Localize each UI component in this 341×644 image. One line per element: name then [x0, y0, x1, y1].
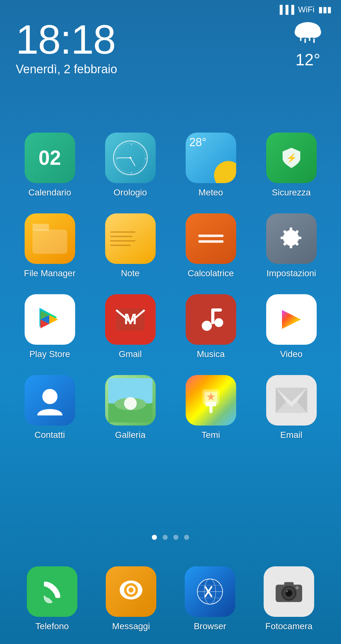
svg-rect-13	[33, 224, 49, 231]
dock-icon-messages	[106, 566, 156, 617]
svg-point-20	[214, 318, 223, 327]
svg-marker-21	[282, 310, 301, 329]
browser-icon	[194, 576, 226, 607]
svg-point-49	[286, 590, 288, 592]
weather-section: 12°	[290, 19, 325, 69]
app-gmail[interactable]: M Gmail	[93, 294, 167, 359]
app-label-orologio: Orologio	[114, 188, 147, 198]
svg-rect-50	[284, 582, 294, 586]
page-dot-2[interactable]	[163, 535, 168, 540]
video-icon	[276, 307, 307, 332]
app-label-calendario: Calendario	[28, 188, 71, 198]
app-orologio[interactable]: Orologio	[93, 133, 167, 198]
app-contatti[interactable]: Contatti	[13, 375, 87, 440]
dock-browser[interactable]: Browser	[185, 566, 235, 631]
clock-date: Venerdì, 2 febbraio	[16, 63, 117, 76]
svg-rect-5	[309, 37, 310, 41]
svg-rect-6	[313, 39, 315, 43]
status-bar: ▐▐▐ WiFi ▮▮▮	[0, 0, 341, 19]
battery-icon: ▮▮▮	[318, 5, 332, 15]
app-label-filemanager: File Manager	[24, 268, 75, 278]
dock-phone[interactable]: Telefono	[27, 566, 77, 631]
app-label-galleria: Galleria	[115, 430, 145, 440]
app-calendario[interactable]: 02 Calendario	[13, 133, 87, 198]
clock-face	[113, 140, 148, 175]
app-note[interactable]: Note	[93, 213, 167, 278]
svg-point-1	[295, 27, 308, 38]
page-dot-3[interactable]	[173, 535, 178, 540]
page-dot-4[interactable]	[184, 535, 189, 540]
signal-icon: ▐▐▐	[277, 5, 294, 15]
email-icon	[274, 386, 309, 414]
app-filemanager[interactable]: File Manager	[13, 213, 87, 278]
app-email[interactable]: Email	[254, 375, 328, 440]
app-label-impostazioni: Impostazioni	[266, 268, 316, 278]
app-label-musica: Musica	[197, 349, 225, 359]
dock-label-browser: Browser	[194, 621, 226, 631]
dock-label-camera: Fotocamera	[265, 621, 312, 631]
messages-icon	[116, 577, 146, 607]
app-label-video: Video	[280, 349, 302, 359]
app-icon-note	[105, 213, 156, 264]
camera-icon	[273, 576, 305, 607]
app-icon-contatti	[25, 375, 75, 426]
svg-rect-12	[33, 230, 67, 254]
folder-icon	[33, 224, 67, 254]
app-icon-calcolatrice	[186, 213, 236, 264]
app-icon-orologio	[105, 133, 156, 183]
app-label-calcolatrice: Calcolatrice	[188, 268, 234, 278]
app-playstore[interactable]: Play Store	[13, 294, 87, 359]
themes-icon	[194, 383, 228, 418]
clock-time: 18:18	[16, 19, 117, 60]
app-label-temi: Temi	[201, 430, 220, 440]
meteo-sun	[214, 161, 236, 183]
app-impostazioni[interactable]: Impostazioni	[254, 213, 328, 278]
app-label-meteo: Meteo	[199, 188, 223, 198]
app-icon-playstore	[25, 294, 75, 345]
app-label-email: Email	[280, 430, 302, 440]
app-grid: 02 Calendario	[0, 133, 341, 440]
playstore-logo-icon	[36, 305, 64, 334]
dock-icon-browser	[185, 566, 235, 617]
app-icon-impostazioni	[266, 213, 317, 264]
app-icon-temi	[186, 375, 236, 426]
dock-label-phone: Telefono	[35, 621, 69, 631]
app-label-playstore: Play Store	[29, 349, 70, 359]
app-temi[interactable]: Temi	[174, 375, 248, 440]
meteo-temp-text: 28°	[189, 136, 206, 149]
app-meteo[interactable]: 28° Meteo	[174, 133, 248, 198]
dock-camera[interactable]: Fotocamera	[264, 566, 314, 631]
app-calcolatrice[interactable]: Calcolatrice	[174, 213, 248, 278]
app-icon-galleria	[105, 375, 156, 426]
app-label-note: Note	[121, 268, 140, 278]
app-icon-gmail: M	[105, 294, 156, 345]
app-label-contatti: Contatti	[34, 430, 65, 440]
dock-icon-phone	[27, 566, 77, 617]
app-galleria[interactable]: Galleria	[93, 375, 167, 440]
page-dot-1[interactable]	[152, 535, 157, 540]
contacts-icon	[36, 385, 64, 415]
app-video[interactable]: Video	[254, 294, 328, 359]
gallery-icon	[108, 378, 153, 422]
app-icon-meteo: 28°	[186, 133, 236, 183]
svg-point-26	[124, 397, 137, 410]
gear-icon	[277, 224, 306, 253]
svg-point-2	[307, 27, 321, 38]
app-icon-musica	[186, 294, 236, 345]
svg-rect-30	[206, 402, 216, 406]
shield-icon: ⚡	[279, 145, 304, 170]
app-sicurezza[interactable]: ⚡ Sicurezza	[254, 133, 328, 198]
app-icon-sicurezza: ⚡	[266, 133, 317, 183]
app-icon-email	[266, 375, 317, 426]
svg-rect-19	[211, 308, 222, 312]
status-icons: ▐▐▐ WiFi ▮▮▮	[277, 5, 332, 15]
svg-text:⚡: ⚡	[286, 153, 297, 163]
dock-messages[interactable]: Messaggi	[106, 566, 156, 631]
app-label-gmail: Gmail	[119, 349, 142, 359]
clock-section: 18:18 Venerdì, 2 febbraio	[16, 19, 117, 76]
dock: Telefono Messaggi	[0, 566, 341, 631]
app-icon-video	[266, 294, 317, 345]
app-musica[interactable]: Musica	[174, 294, 248, 359]
page-indicators	[0, 535, 341, 540]
app-icon-filemanager	[25, 213, 75, 264]
